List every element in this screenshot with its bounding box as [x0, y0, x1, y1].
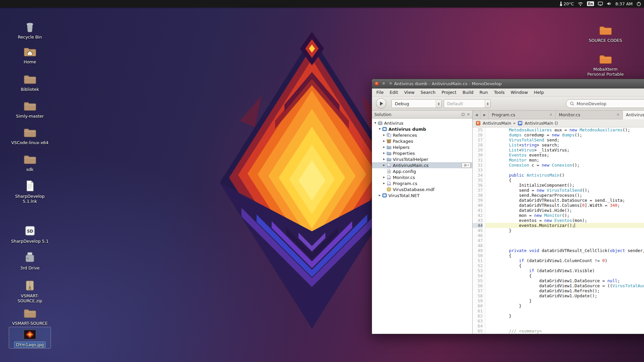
code-line-32[interactable]: Conexion c = new Conexion();: [485, 163, 644, 168]
code-line-44[interactable]: eventos.Monitorizar();: [485, 223, 644, 228]
menu-edit[interactable]: Edit: [387, 88, 401, 97]
desktop-icon-sdk[interactable]: sdk: [9, 152, 51, 173]
breadcrumb-class[interactable]: AntivirusMain: [483, 121, 511, 126]
desktop-icon-sharpdevelop-5-1[interactable]: SDSharpDevelop 5.1: [9, 224, 51, 245]
code-line-27[interactable]: VirusTotalSend send;: [485, 137, 644, 142]
code-line-42[interactable]: mon = new Monitor();: [485, 213, 644, 218]
code-line-28[interactable]: List<string> search;: [485, 142, 644, 147]
code-line-34[interactable]: public AntivirusMain(): [485, 173, 644, 178]
target-select[interactable]: Default ▲▼: [444, 99, 491, 108]
monodevelop-window[interactable]: Antivirus dumb - AntivirusMain.cs - Mono…: [372, 79, 644, 334]
tab-scroll-right-button[interactable]: ▶: [481, 111, 489, 119]
display-icon[interactable]: [598, 1, 603, 6]
expander-icon[interactable]: ▶: [382, 164, 386, 167]
menu-build[interactable]: Build: [460, 88, 477, 97]
code-line-38[interactable]: send.RecuperarProcesos();: [485, 193, 644, 198]
code-editor[interactable]: 2526272829303132333435363738394041424344…: [473, 127, 644, 334]
code-line-57[interactable]: dataGridView1.Refresh();: [485, 288, 644, 293]
tree-item-antivirusmain-cs[interactable]: ▶C#AntivirusMain.cs▾: [372, 162, 472, 168]
code-line-51[interactable]: if (dataGridView1.ColumnCount != 0): [485, 258, 644, 263]
dock-icon[interactable]: [462, 113, 465, 116]
tree-item-program-cs[interactable]: ▶C#Program.cs: [372, 180, 472, 186]
menu-tools[interactable]: Tools: [491, 88, 508, 97]
code-line-41[interactable]: dataGridView1.Hide();: [485, 208, 644, 213]
expander-icon[interactable]: ▼: [373, 122, 377, 124]
expander-icon[interactable]: ▶: [382, 140, 386, 142]
code-line-33[interactable]: [485, 168, 644, 173]
code-line-54[interactable]: {: [485, 273, 644, 278]
code-line-53[interactable]: if (dataGridView1.Visible): [485, 268, 644, 273]
desktop-icon-vsmart-source-zip[interactable]: zipVSMART-SOURCE.zip: [9, 278, 51, 304]
tree-item-virustotalhelper[interactable]: ▶VirusTotalHelper: [372, 156, 472, 162]
spinner-arrows-icon[interactable]: ▲▼: [485, 100, 490, 108]
code-line-45[interactable]: }: [485, 228, 644, 233]
tree-item-virustotal-net[interactable]: ▶VirusTotal.NET: [372, 192, 472, 198]
desktop-icon-dym1aqo-jpg[interactable]: DYm1aqo.jpg: [9, 327, 51, 348]
code-line-36[interactable]: InitializeComponent();: [485, 183, 644, 188]
code-line-60[interactable]: }: [485, 303, 644, 308]
menu-search[interactable]: Search: [418, 88, 439, 97]
desktop-icon-simly-master[interactable]: Simly-master: [9, 99, 51, 120]
tree-item-virusdatabase-mdf[interactable]: VirusDatabase.mdf: [372, 186, 472, 192]
tab-scroll-left-button[interactable]: ◀: [473, 111, 481, 119]
search-input[interactable]: MonoDevelop: [566, 99, 644, 108]
menu-project[interactable]: Project: [438, 88, 459, 97]
code-line-59[interactable]: }: [485, 298, 644, 303]
expander-icon[interactable]: ▶: [382, 176, 386, 179]
session-menu-icon[interactable]: [636, 1, 641, 6]
code-lines[interactable]: MetodosAuxiliares aux = new MetodosAuxil…: [485, 127, 644, 334]
tree-item-antivirus[interactable]: ▼Antivirus: [372, 120, 472, 126]
code-line-63[interactable]: [485, 318, 644, 323]
tree-item-packages[interactable]: ▶Packages: [372, 138, 472, 144]
code-line-50[interactable]: {: [485, 253, 644, 258]
expander-icon[interactable]: ▶: [382, 146, 386, 148]
window-minimize-button[interactable]: [382, 81, 386, 86]
menu-window[interactable]: Window: [508, 88, 531, 97]
tree-item-monitor-cs[interactable]: ▶C#Monitor.cs: [372, 174, 472, 180]
code-line-35[interactable]: {: [485, 178, 644, 183]
tab-close-icon[interactable]: ✕: [616, 113, 620, 117]
menu-view[interactable]: View: [401, 88, 418, 97]
item-options-button[interactable]: ▾: [462, 163, 471, 168]
tree-item-helpers[interactable]: ▶Helpers: [372, 144, 472, 150]
configuration-select[interactable]: Debug ▲▼: [391, 99, 442, 108]
menu-run[interactable]: Run: [477, 88, 491, 97]
window-maximize-button[interactable]: [389, 81, 393, 86]
clock[interactable]: 8:37 AM: [615, 1, 633, 6]
tab-antivirusmain-cs[interactable]: AntivirusMain.cs✕: [623, 111, 644, 119]
pad-close-icon[interactable]: ✕: [467, 112, 470, 117]
tree-item-app-config[interactable]: App.config: [372, 168, 472, 174]
desktop-icon-home[interactable]: Home: [9, 44, 51, 65]
tab-monitor-cs[interactable]: Monitor.cs✕: [556, 111, 623, 119]
menu-file[interactable]: File: [373, 88, 387, 97]
desktop-icon-source-codes[interactable]: SOURCE CODES: [584, 23, 627, 44]
code-line-48[interactable]: [485, 243, 644, 248]
expander-icon[interactable]: ▼: [378, 128, 382, 130]
desktop-icon-3rd-drive[interactable]: 3rd Drive: [9, 250, 51, 272]
window-close-button[interactable]: [375, 81, 379, 86]
expander-icon[interactable]: ▶: [382, 182, 386, 185]
code-line-37[interactable]: send = new VirusTotalSend();: [485, 188, 644, 193]
code-line-26[interactable]: dumps coredump = new dumps();: [485, 132, 644, 137]
desktop-icon-mobaxterm-personal-portable[interactable]: MobaXterm Personal Portable: [584, 52, 627, 78]
desktop[interactable]: 20°C En 8:37 AM Recycle BinHomeBibliotek…: [0, 0, 644, 362]
code-line-46[interactable]: [485, 233, 644, 238]
code-line-31[interactable]: Monitor mon;: [485, 158, 644, 163]
window-titlebar[interactable]: Antivirus dumb - AntivirusMain.cs - Mono…: [372, 79, 644, 88]
expander-icon[interactable]: ▶: [382, 152, 386, 155]
desktop-icon-recycle-bin[interactable]: Recycle Bin: [9, 19, 51, 41]
desktop-icon-bibliotek[interactable]: Bibliotek: [9, 72, 51, 93]
code-line-65[interactable]: /// <summary>: [485, 328, 644, 334]
volume-icon[interactable]: [607, 1, 612, 6]
wifi-icon[interactable]: [578, 1, 583, 6]
expander-icon[interactable]: ▶: [382, 134, 386, 136]
desktop-icon-vscode-linux-x64[interactable]: VSCode-linux-x64: [9, 125, 51, 146]
expander-icon[interactable]: ▶: [382, 158, 386, 161]
code-line-39[interactable]: dataGridVTResult.DataSource = send._list…: [485, 198, 644, 203]
breadcrumb-member[interactable]: AntivirusMain (): [525, 121, 558, 126]
tree-item-antivirus-dumb[interactable]: ▼Antivirus dumb: [372, 126, 472, 132]
code-line-62[interactable]: }: [485, 313, 644, 318]
solution-pad-header[interactable]: Solution ✕: [372, 111, 472, 119]
code-line-25[interactable]: MetodosAuxiliares aux = new MetodosAuxil…: [485, 127, 644, 132]
tree-item-properties[interactable]: ▶Properties: [372, 150, 472, 156]
